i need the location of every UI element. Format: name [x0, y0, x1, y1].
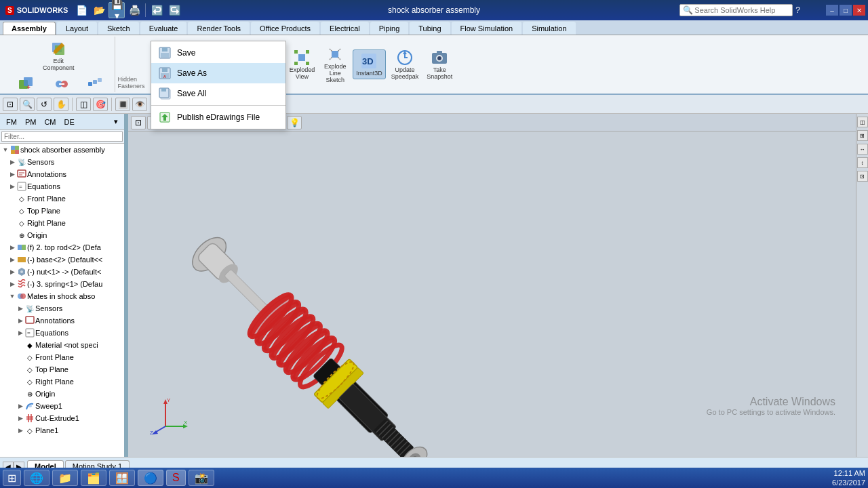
tree-sensors-2[interactable]: ▶ 📡 Sensors — [0, 302, 124, 314]
search-input[interactable] — [694, 6, 789, 14]
edit-component-btn[interactable]: EditComponent — [40, 38, 77, 73]
view-orientation-btn[interactable]: 🎯 — [93, 98, 108, 111]
tree-equations-1[interactable]: ▶ = Equations — [0, 180, 124, 192]
tree-annotations-2[interactable]: ▶ Annotations — [0, 314, 124, 327]
rp-btn-4[interactable]: ↕ — [857, 157, 868, 168]
origin2-expand[interactable] — [16, 390, 24, 398]
equations2-expand[interactable]: ▶ — [16, 329, 24, 337]
explode-line-btn[interactable]: ExplodeLineSketch — [320, 43, 350, 85]
sweep1-expand[interactable]: ▶ — [16, 402, 24, 410]
tree-cut-extrude1[interactable]: ▶ Cut-Extrude1 — [0, 412, 124, 424]
taskbar-camera[interactable]: 📸 — [189, 470, 214, 486]
tab-layout[interactable]: Layout — [57, 22, 97, 35]
annotations2-expand[interactable]: ▶ — [16, 317, 24, 325]
tree-top-rod[interactable]: ▶ (f) 2. top rod<2> (Defa — [0, 241, 124, 253]
sensors-expand[interactable]: ▶ — [8, 158, 16, 166]
close-btn[interactable]: ✕ — [853, 5, 865, 16]
right-plane-expand[interactable] — [8, 219, 16, 227]
rp-btn-5[interactable]: ⊡ — [857, 171, 868, 182]
section-view-btn[interactable]: ◫ — [76, 98, 91, 111]
filter-btn[interactable]: ▾ — [111, 116, 121, 127]
sensors2-expand[interactable]: ▶ — [16, 304, 24, 312]
top-plane2-expand[interactable] — [16, 365, 24, 373]
dropdown-publish-edrawings[interactable]: Publish eDrawings File — [151, 107, 285, 127]
tree-front-plane[interactable]: ◇ Front Plane — [0, 192, 124, 205]
spring1-expand[interactable]: ▶ — [8, 280, 16, 288]
feature-manager-tab[interactable]: FM — [3, 117, 20, 127]
taskbar-solidworks[interactable]: S — [166, 470, 186, 486]
rp-btn-2[interactable]: ⊞ — [857, 130, 868, 141]
top-rod-expand[interactable]: ▶ — [8, 243, 16, 251]
dropdown-save-all[interactable]: Save All — [151, 83, 285, 104]
tab-flow-simulation[interactable]: Flow Simulation — [452, 22, 522, 35]
rp-btn-3[interactable]: ↔ — [857, 144, 868, 155]
tree-material[interactable]: ◆ Material <not speci — [0, 339, 124, 351]
hide-show-btn[interactable]: 👁️ — [132, 98, 147, 111]
tab-simulation[interactable]: Simulation — [523, 22, 575, 35]
tree-base2[interactable]: ▶ (-) base<2> (Default<< — [0, 253, 124, 266]
dim-expert-tab[interactable]: DE — [61, 117, 78, 127]
front-plane2-expand[interactable] — [16, 353, 24, 361]
open-btn[interactable]: 📂 — [91, 2, 107, 18]
cut-extrude1-expand[interactable]: ▶ — [16, 414, 24, 422]
zoom-to-fit-btn[interactable]: ⊡ — [3, 98, 18, 111]
start-button[interactable]: ⊞ — [3, 470, 21, 486]
right-plane2-expand[interactable] — [16, 378, 24, 386]
tab-piping[interactable]: Piping — [370, 22, 409, 35]
tree-root-item[interactable]: ▼ shock absorber assembly — [0, 144, 124, 156]
top-plane-expand[interactable] — [8, 207, 16, 215]
tab-render-tools[interactable]: Render Tools — [188, 22, 250, 35]
taskbar-ie[interactable]: 🌐 — [24, 470, 50, 486]
tree-right-plane-2[interactable]: ◇ Right Plane — [0, 375, 124, 388]
tab-office-products[interactable]: Office Products — [251, 22, 319, 35]
mate-btn[interactable]: Mate — [47, 73, 77, 95]
vp-lighting-btn[interactable]: 💡 — [287, 116, 302, 129]
dropdown-save[interactable]: Save — [151, 43, 285, 63]
property-manager-tab[interactable]: PM — [22, 117, 40, 127]
root-expand-icon[interactable]: ▼ — [1, 146, 9, 154]
tree-mates-shock[interactable]: ▼ Mates in shock abso — [0, 290, 124, 302]
taskbar-explorer[interactable]: 🗂️ — [81, 470, 106, 486]
tree-annotations-1[interactable]: ▶ Annotations — [0, 168, 124, 180]
tree-origin-1[interactable]: ⊕ Origin — [0, 229, 124, 241]
tree-right-plane-1[interactable]: ◇ Right Plane — [0, 217, 124, 229]
taskbar-folder[interactable]: 📁 — [52, 470, 78, 486]
linear-component-btn[interactable]: LinearCompon... — [78, 73, 112, 95]
tree-plane1[interactable]: ▶ ◇ Plane1 — [0, 424, 124, 436]
tree-sensors-1[interactable]: ▶ 📡 Sensors — [0, 156, 124, 168]
front-plane-expand[interactable] — [8, 195, 16, 203]
tree-sweep1[interactable]: ▶ Sweep1 — [0, 400, 124, 412]
tab-tubing[interactable]: Tubing — [410, 22, 450, 35]
search-help-btn[interactable]: ? — [795, 5, 800, 15]
taskbar-chrome[interactable]: 🔵 — [138, 470, 163, 486]
tab-assembly[interactable]: Assembly — [3, 22, 56, 35]
tab-evaluate[interactable]: Evaluate — [140, 22, 187, 35]
tree-top-plane-1[interactable]: ◇ Top Plane — [0, 205, 124, 217]
take-snapshot-btn[interactable]: TakeSnapshot — [424, 47, 455, 82]
instant3d-btn[interactable]: 3D Instant3D — [353, 49, 386, 79]
tree-filter-input[interactable] — [1, 131, 123, 142]
equations-expand[interactable]: ▶ — [8, 182, 16, 190]
tree-origin-2[interactable]: ⊕ Origin — [0, 388, 124, 400]
tree-top-plane-2[interactable]: ◇ Top Plane — [0, 363, 124, 375]
material-expand[interactable] — [16, 341, 24, 349]
maximize-btn[interactable]: □ — [840, 5, 852, 16]
tree-spring1[interactable]: ▶ (-) 3. spring<1> (Defau — [0, 278, 124, 290]
minimize-btn[interactable]: – — [826, 5, 838, 16]
tree-nut1[interactable]: ▶ (-) nut<1> -> (Default< — [0, 266, 124, 278]
annotations-expand[interactable]: ▶ — [8, 170, 16, 178]
undo-btn[interactable]: ↩️ — [149, 2, 165, 18]
exploded-view-btn[interactable]: ExplodedView — [287, 47, 318, 82]
pan-btn[interactable]: ✋ — [54, 98, 68, 111]
origin-expand[interactable] — [8, 231, 16, 239]
update-speedpak-btn[interactable]: UpdateSpeedpak — [389, 47, 422, 82]
config-manager-tab[interactable]: CM — [41, 117, 59, 127]
new-btn[interactable]: 📄 — [73, 2, 90, 18]
rp-btn-1[interactable]: ◫ — [857, 117, 868, 127]
vp-zoom-fit-btn[interactable]: ⊡ — [131, 116, 146, 129]
tree-front-plane-2[interactable]: ◇ Front Plane — [0, 351, 124, 363]
plane1-expand[interactable]: ▶ — [16, 426, 24, 434]
redo-btn[interactable]: ↪️ — [166, 2, 182, 18]
feature-tree[interactable]: FM PM CM DE ▾ ▼ shock absorber assembly — [0, 114, 125, 457]
zoom-in-btn[interactable]: 🔍 — [20, 98, 35, 111]
